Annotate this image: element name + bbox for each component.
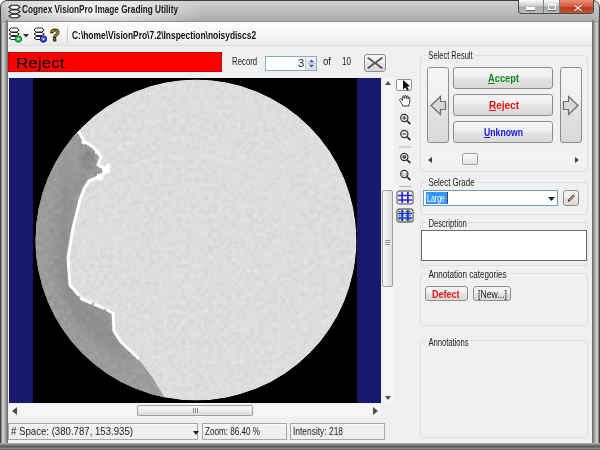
svg-text:?: ? <box>50 27 60 44</box>
svg-text:1:1: 1:1 <box>402 172 408 177</box>
